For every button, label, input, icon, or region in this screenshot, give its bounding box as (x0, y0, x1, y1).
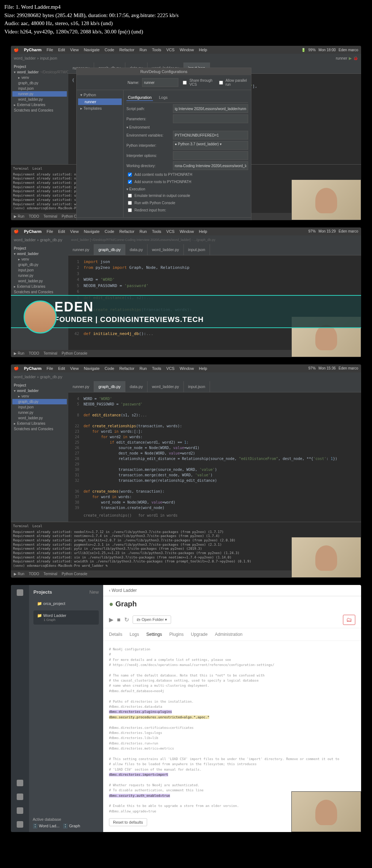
menu-edit[interactable]: Edit (58, 229, 65, 234)
menu-edit[interactable]: Edit (58, 48, 65, 52)
menu-help[interactable]: Help (199, 229, 207, 234)
tab-runner[interactable]: runner.py (68, 381, 94, 392)
interpreter-select[interactable]: ● Python 3.7 (word_ladder) ▾ (173, 141, 248, 150)
tab-input[interactable]: input.json (184, 244, 210, 255)
tree-venv[interactable]: ▸ venv (12, 393, 67, 399)
notif-icon[interactable] (17, 794, 23, 800)
tree-runner[interactable]: runner.py (12, 410, 67, 415)
apple-icon[interactable]: 🍎 (14, 229, 19, 234)
share-checkbox[interactable] (183, 81, 187, 85)
menu-window[interactable]: Window (179, 229, 194, 234)
config-runner[interactable]: runner (78, 98, 122, 105)
tree-root[interactable]: ▾ word_ladder ~/Desktop/RTM/C (12, 69, 67, 75)
code-editor[interactable]: 4WORD = 'WORD' 5NEODB_PASSOWRD = 'passwo… (68, 392, 361, 522)
tree-graph-db[interactable]: graph_db.py (12, 399, 67, 404)
stop-icon[interactable]: ■ (117, 617, 121, 623)
menu-help[interactable]: Help (199, 48, 207, 52)
status-pyconsole[interactable]: Python Console (62, 572, 88, 576)
tree-root[interactable]: ▾ word_ladder (12, 388, 67, 393)
params-input[interactable] (173, 114, 248, 123)
config-tree[interactable]: ▾ Python runner ▸ Templates (77, 90, 124, 217)
status-todo[interactable]: TODO (29, 572, 39, 576)
tree-venv[interactable]: ▸ venv (12, 75, 67, 80)
menu-view[interactable]: View (70, 366, 79, 371)
menu-file[interactable]: File (46, 229, 53, 234)
menu-edit[interactable]: Edit (58, 366, 65, 371)
status-terminal[interactable]: Terminal (44, 351, 57, 355)
tab-data[interactable]: data.py (125, 381, 147, 392)
project-word-ladder[interactable]: 📁 Word Ladder1 Graph (33, 610, 99, 625)
tab-logs[interactable]: Logs (130, 632, 139, 637)
tree-input-json[interactable]: input.json (12, 267, 67, 273)
tree-runner[interactable]: runner.py (12, 91, 67, 97)
tab-configuration[interactable]: Configuration (126, 94, 153, 101)
tree-ext-lib[interactable]: ▸ External Libraries (12, 102, 67, 108)
tree-venv[interactable]: ▸ venv (12, 257, 67, 262)
tab-wl[interactable]: word_ladder.py (147, 244, 184, 255)
app-name[interactable]: PyCharm (24, 229, 41, 234)
tree-root[interactable]: ▾ word_ladder (12, 251, 67, 257)
crumb-file[interactable]: graph_db.py (40, 375, 62, 379)
tab-admin[interactable]: Administration (215, 632, 242, 637)
terminal-tab[interactable]: Terminal (13, 524, 29, 529)
menu-refactor[interactable]: Refactor (119, 366, 134, 371)
reset-button[interactable]: Reset to defaults (109, 818, 147, 826)
tab-runner[interactable]: runner.py (68, 244, 94, 255)
tree-word-ladder[interactable]: word_ladder.py (12, 415, 67, 421)
menu-navigate[interactable]: Navigate (84, 48, 100, 52)
app-name[interactable]: PyCharm (24, 366, 41, 371)
menu-code[interactable]: Code (105, 366, 114, 371)
parallel-checkbox[interactable] (219, 81, 223, 85)
tab-plugins[interactable]: Plugins (169, 632, 183, 637)
tree-scratches[interactable]: Scratches and Consoles (12, 426, 67, 432)
chk-pyconsole[interactable] (128, 201, 132, 205)
new-button[interactable]: New (89, 589, 99, 595)
menu-run[interactable]: Run (140, 48, 147, 52)
menu-vcs[interactable]: VCS (166, 229, 175, 234)
tab-settings[interactable]: Settings (146, 632, 162, 637)
neo4j-breadcrumb[interactable]: ‹ Word Ladder (103, 585, 361, 596)
menu-refactor[interactable]: Refactor (119, 229, 134, 234)
tree-input-json[interactable]: input.json (12, 404, 67, 410)
refresh-icon[interactable]: ↻ (124, 616, 129, 623)
crumb-project[interactable]: word_ladder (14, 56, 36, 60)
open-folder-button[interactable]: 🗁 Open Folder ▾ (133, 615, 171, 624)
tree-scratches[interactable]: Scratches and Consoles (12, 108, 67, 113)
info-icon[interactable] (17, 821, 23, 828)
apple-icon[interactable]: 🍎 (14, 48, 19, 52)
tab-wl[interactable]: word_ladder.py (147, 381, 184, 392)
menu-run[interactable]: Run (140, 366, 147, 371)
menu-code[interactable]: Code (105, 48, 114, 52)
terminal-local[interactable]: Local (32, 524, 42, 529)
db-icon[interactable] (17, 780, 23, 786)
name-input[interactable] (142, 78, 178, 87)
menu-vcs[interactable]: VCS (166, 48, 175, 52)
menu-tools[interactable]: Tools (152, 366, 161, 371)
status-terminal[interactable]: Terminal (44, 572, 57, 576)
tree-runner[interactable]: runner.py (12, 273, 67, 278)
terminal-local[interactable]: Local (32, 167, 42, 171)
config-python[interactable]: ▾ Python (78, 92, 122, 98)
crumb-file[interactable]: input.json (40, 56, 57, 60)
tab-logs[interactable]: Logs (157, 94, 169, 101)
menu-help[interactable]: Help (199, 366, 207, 371)
status-terminal[interactable]: Terminal (44, 214, 57, 218)
tree-graph-db[interactable]: graph_db.py (12, 80, 67, 86)
menu-view[interactable]: View (70, 229, 79, 234)
menu-vcs[interactable]: VCS (166, 366, 175, 371)
status-run[interactable]: ▶ Run (14, 214, 24, 218)
tab-data[interactable]: data.py (125, 244, 147, 255)
status-run[interactable]: ▶ Run (14, 351, 24, 355)
project-orca[interactable]: 📁 orca_project (33, 598, 99, 609)
menu-refactor[interactable]: Refactor (119, 48, 134, 52)
apple-icon[interactable]: 🍎 (14, 366, 19, 371)
app-name[interactable]: PyCharm (24, 48, 41, 52)
active-db[interactable]: 🗄️ Word Lad... 🗄️ Graph (33, 824, 80, 828)
run-config[interactable]: runner (336, 56, 347, 60)
tab-upgrade[interactable]: Upgrade (191, 632, 207, 637)
tab-input[interactable]: input.json (184, 381, 210, 392)
config-templates[interactable]: ▸ Templates (78, 105, 122, 112)
tab-graph[interactable]: graph_db.py (94, 244, 125, 255)
tree-word-ladder[interactable]: word_ladder.py (12, 97, 67, 102)
menu-tools[interactable]: Tools (152, 48, 161, 52)
